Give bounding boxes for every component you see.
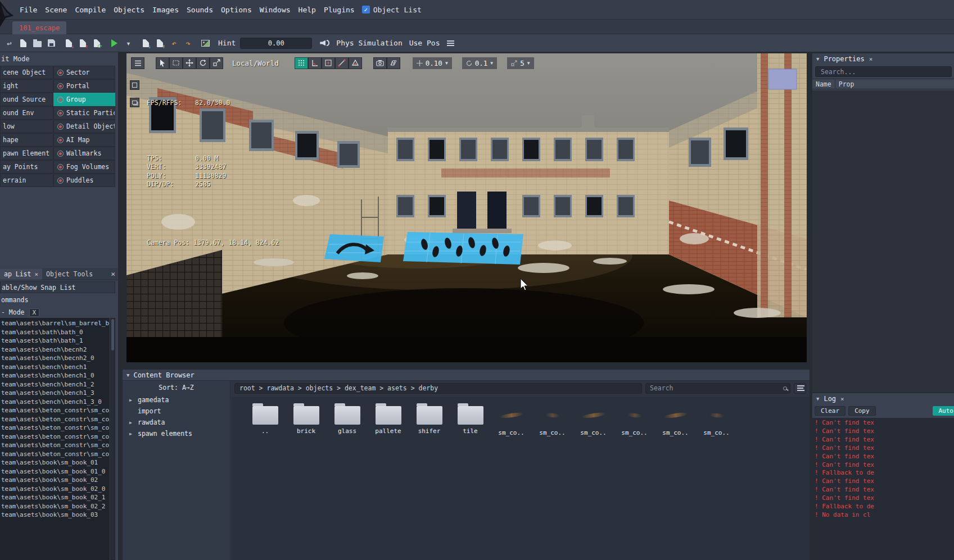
menu-item[interactable]: Windows <box>256 6 295 14</box>
snap-list-item[interactable]: team\asets\book\sm_book_02_1 <box>0 493 110 502</box>
mode-button-sound-source[interactable]: ound Source <box>0 93 53 106</box>
folder-item[interactable]: pallete <box>368 403 409 435</box>
mode-button-way-points[interactable]: ay Points <box>0 160 53 174</box>
file-item[interactable]: sm_co.. <box>532 403 573 436</box>
file-item[interactable]: sm_co.. <box>696 403 737 436</box>
open-folder-icon[interactable] <box>30 37 44 50</box>
play-dropdown-icon[interactable]: ▾ <box>121 37 135 50</box>
snap-list-item[interactable]: team\asets\beton_constr\sm_co <box>0 424 110 432</box>
snap-list-item[interactable]: team\asets\beton_constr\sm_co <box>0 406 110 415</box>
hamburger-menu-icon[interactable] <box>131 57 144 69</box>
play-icon[interactable] <box>107 37 121 50</box>
snap-list-item[interactable]: team\asets\bath\bath_1 <box>0 336 110 345</box>
search-input[interactable] <box>649 384 783 393</box>
rotate-snap-dropdown[interactable]: 0.1 ▼ <box>462 57 497 69</box>
tree-item-rawdata[interactable]: ▶ rawdata <box>123 417 230 428</box>
snap-list-item[interactable]: team\asets\beton_constr\sm_co <box>0 415 110 424</box>
undo-icon[interactable]: ↶ <box>167 37 181 50</box>
mode-button-wallmarks[interactable]: Wallmarks <box>53 147 115 160</box>
snap-angle-icon[interactable] <box>308 57 322 69</box>
menu-item[interactable]: Help <box>295 6 320 14</box>
snap-list-item[interactable]: team\asets\beton_constr\sm_co <box>0 441 110 450</box>
new-file-icon[interactable] <box>16 37 30 50</box>
file-item[interactable]: sm_co.. <box>655 403 696 436</box>
snap-list-item[interactable]: team\asets\book\sm_book_02_0 <box>0 485 110 494</box>
mode-button-spawn-element[interactable]: pawn Element <box>0 147 53 160</box>
mode-button-portal[interactable]: Portal <box>53 79 115 93</box>
phys-simulation-label[interactable]: Phys Simulation <box>336 39 402 47</box>
snap-list-item[interactable]: team\asets\bench\becnh2_0 <box>0 354 110 363</box>
back-icon[interactable]: ↩ <box>2 37 16 50</box>
snap-list-item[interactable]: team\asets\beton_constr\sm_co <box>0 432 110 441</box>
mode-button-group[interactable]: Group <box>53 93 115 106</box>
mode-button-glow[interactable]: low <box>0 120 53 133</box>
menu-item[interactable]: Objects <box>110 6 148 14</box>
tree-item-gamedata[interactable]: ▶ gamedata <box>123 394 230 406</box>
scale-tool-icon[interactable] <box>210 57 223 69</box>
mode-button-shape[interactable]: hape <box>0 133 53 147</box>
snap-edge-icon[interactable] <box>335 57 349 69</box>
mode-button-ai-map[interactable]: AI Map <box>53 133 115 147</box>
breadcrumb[interactable]: root > rawdata > objects > dex_team > as… <box>234 383 642 394</box>
tree-expander-icon[interactable]: ▶ <box>129 431 134 436</box>
camera-icon[interactable] <box>373 57 387 69</box>
grid-plane-icon[interactable] <box>387 57 400 69</box>
snap-list-item[interactable]: team\asets\book\sm_book_01 <box>0 458 110 467</box>
snap-list-item[interactable]: team\asets\bench\bench1_3_0 <box>0 398 110 407</box>
menu-item[interactable]: Scene <box>41 6 71 14</box>
file-item[interactable]: sm_co.. <box>573 403 614 436</box>
export-file-icon[interactable]: ↑ <box>76 37 90 50</box>
coord-mode-label[interactable]: Local/World <box>232 59 279 67</box>
snap-list-item[interactable]: team\asets\bath\bath_0 <box>0 328 110 337</box>
menu-item[interactable]: Plugins <box>320 6 359 14</box>
menu-item[interactable]: Sounds <box>183 6 217 14</box>
properties-search-input[interactable] <box>820 67 951 76</box>
mode-button-light[interactable]: ight <box>0 79 53 93</box>
tab-snap-list[interactable]: ap List × <box>0 268 42 280</box>
tree-expander-icon[interactable]: ▶ <box>129 398 134 403</box>
collapse-triangle-icon[interactable]: ▼ <box>816 396 819 402</box>
mode-button-sound-env[interactable]: ound Env <box>0 106 53 120</box>
auto-button[interactable]: Auto <box>933 406 954 416</box>
snap-list-item[interactable]: team\asets\bench\becnh2 <box>0 345 110 354</box>
properties-search[interactable] <box>815 66 952 77</box>
properties-header[interactable]: ▼ Properties × <box>812 53 954 65</box>
tree-expander-icon[interactable]: ▶ <box>129 420 134 425</box>
menu-item[interactable]: File <box>16 6 41 14</box>
rect-select-tool-icon[interactable] <box>169 57 183 69</box>
speaker-icon[interactable] <box>320 40 325 46</box>
snap-list-item[interactable]: team\asets\book\sm_book_01_0 <box>0 467 110 476</box>
move-tool-icon[interactable] <box>183 57 196 69</box>
mode-button-fog-volumes[interactable]: Fog Volumes <box>53 160 115 174</box>
mode-button-static-particles[interactable]: Static Particles <box>53 106 115 120</box>
snap-list-item[interactable]: team\asets\barrel\sm_barrel_b <box>0 319 110 328</box>
mode-button-detail-objects[interactable]: Detail Objects <box>53 120 115 133</box>
mode-button-scene-object[interactable]: cene Object <box>0 66 53 79</box>
tree-item-spawn-elements[interactable]: ▶ spawn elements <box>123 428 230 439</box>
menu-item[interactable]: Images <box>148 6 183 14</box>
properties-close-icon[interactable]: × <box>869 56 873 62</box>
view-menu-icon[interactable] <box>794 383 806 394</box>
folder-item[interactable]: brick <box>286 403 327 435</box>
collapse-triangle-icon[interactable]: ▼ <box>816 56 819 62</box>
column-header-name[interactable]: Name <box>812 79 835 89</box>
hint-input[interactable] <box>240 38 312 49</box>
file-copy-icon[interactable]: ↓ <box>139 37 153 50</box>
snap-list-item[interactable]: team\asets\beton_constr\sm_co <box>0 450 110 459</box>
scale-snap-dropdown[interactable]: 5 ▼ <box>507 57 533 69</box>
snap-list-scrollbar[interactable] <box>110 318 115 560</box>
snap-face-icon[interactable] <box>349 57 362 69</box>
image-icon[interactable] <box>198 37 212 50</box>
snap-list-item[interactable]: team\asets\bench\bench1_3 <box>0 389 110 398</box>
content-browser-header[interactable]: ▼ Content Browser <box>123 370 810 381</box>
collapse-triangle-icon[interactable]: ▼ <box>126 372 129 378</box>
reload-file-icon[interactable]: ⟳ <box>90 37 104 50</box>
column-header-prop[interactable]: Prop <box>835 79 858 89</box>
rotate-tool-icon[interactable] <box>196 57 210 69</box>
sort-label[interactable]: Sort: A→Z <box>123 381 230 394</box>
panel-close-icon[interactable]: × <box>111 270 115 277</box>
move-snap-dropdown[interactable]: 0.10 ▼ <box>413 57 452 69</box>
clear-button[interactable]: Clear <box>815 406 846 416</box>
snap-vertex-icon[interactable] <box>322 57 335 69</box>
snap-mode-key[interactable]: X <box>29 308 40 317</box>
